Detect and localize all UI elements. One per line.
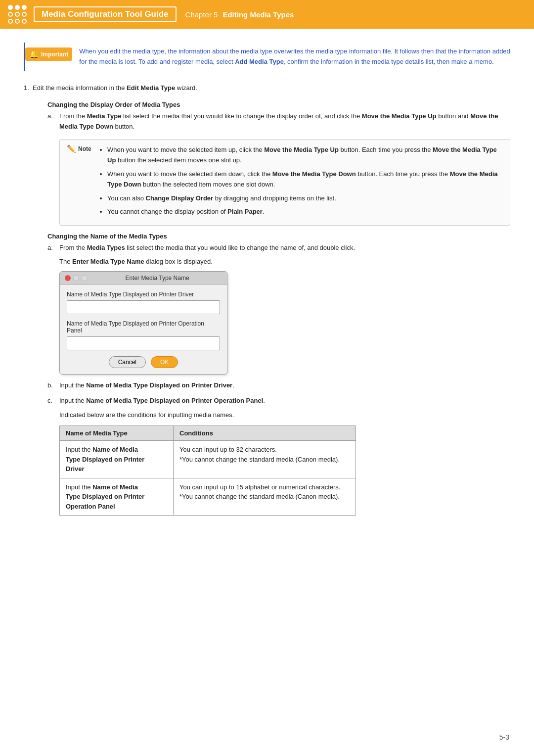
dot-4 (8, 12, 13, 17)
dot-7 (8, 19, 13, 24)
dialog-body: Name of Media Type Displayed on Printer … (60, 285, 227, 374)
chapter-label: Chapter 5 (185, 10, 218, 19)
sub-step-b-num: b. (47, 380, 59, 391)
section-b-heading: Changing the Name of the Media Types (47, 233, 510, 240)
conditions-table: Name of Media Type Conditions Input the … (59, 425, 356, 516)
ok-button[interactable]: OK (151, 356, 178, 368)
traffic-lights (65, 275, 88, 281)
media-type-bold: Media Type (87, 112, 122, 120)
conditions-intro: Indicated below are the conditions for i… (59, 411, 510, 419)
note-item-4: You cannot change the display position o… (107, 206, 503, 217)
note-item-1: When you want to move the selected item … (107, 144, 503, 166)
page-number: 5-3 (499, 733, 509, 741)
sub-step-a-label: a. (47, 111, 59, 132)
sub-step-b-text: From the Media Types list select the med… (59, 243, 510, 253)
dot-grid (8, 5, 27, 24)
sub-step-b-label: a. (47, 243, 59, 253)
dot-6 (22, 12, 27, 17)
note-box: ✏️ Note When you want to move the select… (59, 139, 510, 226)
dialog-label-driver: Name of Media Type Displayed on Printer … (67, 291, 220, 298)
sub-step-a-text: From the Media Type list select the medi… (59, 111, 510, 132)
main-content: 🔔 Important When you edit the media type… (0, 29, 534, 542)
important-icon: 🔔 (29, 49, 39, 59)
dialog-input-driver[interactable] (67, 300, 220, 314)
sub-step-a-display: a. From the Media Type list select the m… (47, 111, 510, 132)
dot-2 (15, 5, 20, 10)
step-1-number: 1. (24, 84, 31, 92)
note-item-2: When you want to move the selected item … (107, 169, 503, 190)
note-label: Note (78, 145, 91, 152)
enter-media-type-dialog: Enter Media Type Name Name of Media Type… (59, 271, 227, 375)
table-cell-2-1: Input the Name of MediaType Displayed on… (60, 478, 174, 516)
sub-step-c-num: c. (47, 396, 59, 406)
step-1-bold: Edit Media Type (127, 84, 175, 92)
guide-title: Media Configuration Tool Guide (34, 6, 177, 22)
dot-9 (22, 19, 27, 24)
sub-step-b: b. Input the Name of Media Type Displaye… (47, 380, 510, 391)
step-1-text-before: Edit the media information in the (33, 84, 127, 92)
section-label: Editing Media Types (222, 10, 294, 19)
sub-step-a-name: a. From the Media Types list select the … (47, 243, 510, 253)
conditions-table-wrapper: Name of Media Type Conditions Input the … (59, 425, 510, 516)
note-badge: ✏️ Note (67, 144, 92, 153)
dialog-input-panel[interactable] (67, 336, 220, 350)
move-up-bold: Move the Media Type Up (362, 112, 437, 120)
important-label: Important (41, 51, 68, 58)
dialog-label-panel: Name of Media Type Displayed on Printer … (67, 320, 220, 334)
cancel-button[interactable]: Cancel (109, 356, 146, 368)
important-bold: Add Media Type (235, 58, 284, 65)
table-header-name: Name of Media Type (60, 426, 174, 441)
dot-3 (22, 5, 27, 10)
dialog-title: Enter Media Type Name (92, 275, 222, 282)
table-cell-1-1: Input the Name of MediaType Displayed on… (60, 441, 174, 478)
note-icon: ✏️ (67, 144, 76, 153)
dot-5 (15, 12, 20, 17)
maximize-button-icon[interactable] (82, 275, 88, 281)
note-item-3: You can also Change Display Order by dra… (107, 193, 503, 203)
note-list: When you want to move the selected item … (99, 144, 503, 220)
important-box: 🔔 Important When you edit the media type… (24, 43, 510, 71)
minimize-button-icon[interactable] (73, 275, 79, 281)
dialog-buttons: Cancel OK (67, 356, 220, 368)
table-row-2: Input the Name of MediaType Displayed on… (60, 478, 356, 516)
important-badge: 🔔 Important (25, 47, 72, 61)
page-header: Media Configuration Tool Guide Chapter 5… (0, 0, 534, 29)
close-button-icon[interactable] (65, 275, 71, 281)
sub-step-b-content: Input the Name of Media Type Displayed o… (59, 380, 510, 391)
step-1-text-after: wizard. (177, 84, 197, 92)
section-a-heading: Changing the Display Order of Media Type… (47, 101, 510, 108)
table-header-conditions: Conditions (174, 426, 356, 441)
sub-step-c: c. Input the Name of Media Type Displaye… (47, 396, 510, 406)
table-row-1: Input the Name of MediaType Displayed on… (60, 441, 356, 478)
dialog-name-bold: Enter Media Type Name (72, 258, 144, 265)
dot-8 (15, 19, 20, 24)
dot-1 (8, 5, 13, 10)
important-text: When you edit the media type, the inform… (79, 47, 510, 67)
sub-step-c-content: Input the Name of Media Type Displayed o… (59, 396, 510, 406)
table-cell-1-2: You can input up to 32 characters. *You … (174, 441, 356, 478)
dialog-description: The Enter Media Type Name dialog box is … (59, 258, 510, 265)
table-cell-2-2: You can input up to 15 alphabet or numer… (174, 478, 356, 516)
dialog-titlebar: Enter Media Type Name (60, 272, 227, 285)
step-1: 1. Edit the media information in the Edi… (24, 83, 510, 94)
